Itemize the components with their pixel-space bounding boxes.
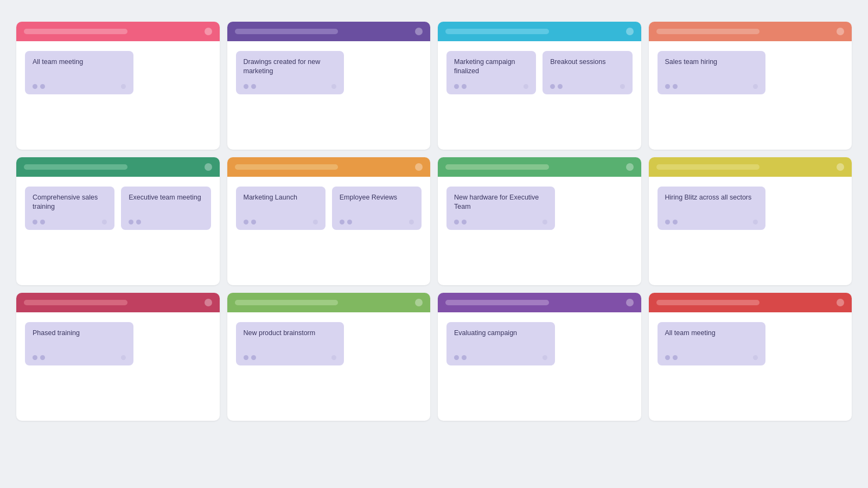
card-dot xyxy=(33,220,37,224)
card-footer xyxy=(454,220,547,224)
panel-header-7 xyxy=(438,157,641,177)
panel-3: Marketing campaign finalizedBreakout ses… xyxy=(438,22,641,150)
card-dot xyxy=(462,220,467,224)
card-card-9-1[interactable]: Phased training xyxy=(25,322,133,365)
card-card-11-1[interactable]: Evaluating campaign xyxy=(446,322,555,365)
card-title: New hardware for Executive Team xyxy=(454,193,547,211)
card-dot xyxy=(40,220,45,224)
main-grid: All team meetingDrawings created for new… xyxy=(16,22,852,421)
panel-header-circle xyxy=(205,28,212,35)
card-card-12-1[interactable]: All team meeting xyxy=(658,322,766,365)
card-dot-right xyxy=(331,84,336,89)
panel-header-circle xyxy=(205,299,212,306)
panel-header-bar xyxy=(656,164,760,170)
panel-body-7: New hardware for Executive Team xyxy=(438,177,641,285)
card-dot-right xyxy=(753,84,758,89)
card-dot xyxy=(251,355,256,360)
panel-1: All team meeting xyxy=(16,22,220,150)
card-dot xyxy=(673,84,678,89)
card-card-5-2[interactable]: Executive team meeting xyxy=(121,187,210,230)
panel-header-bar xyxy=(235,29,339,34)
card-dot-right xyxy=(313,220,318,224)
panel-header-bar xyxy=(656,300,760,305)
panel-header-bar xyxy=(235,164,339,170)
card-dot xyxy=(550,84,555,89)
card-footer xyxy=(665,220,758,224)
panel-header-bar xyxy=(445,29,549,34)
panel-6: Marketing LaunchEmployee Reviews xyxy=(227,157,431,285)
card-title: Drawings created for new marketing xyxy=(244,57,337,76)
card-footer xyxy=(340,220,414,224)
panel-header-bar xyxy=(24,164,127,170)
card-card-6-1[interactable]: Marketing Launch xyxy=(236,187,326,230)
card-card-1-1[interactable]: All team meeting xyxy=(25,51,133,94)
card-card-3-1[interactable]: Marketing campaign finalized xyxy=(446,51,536,94)
card-card-5-1[interactable]: Comprehensive sales training xyxy=(25,187,114,230)
card-card-3-2[interactable]: Breakout sessions xyxy=(542,51,632,94)
card-title: Hiring Blitz across all sectors xyxy=(665,193,758,202)
card-card-7-1[interactable]: New hardware for Executive Team xyxy=(446,187,555,230)
panel-body-10: New product brainstorm xyxy=(227,312,431,421)
card-title: All team meeting xyxy=(665,329,758,338)
panel-header-bar xyxy=(445,164,549,170)
panel-header-circle xyxy=(837,28,844,35)
card-dot-right xyxy=(753,220,758,224)
panel-body-12: All team meeting xyxy=(649,312,852,421)
panel-header-10 xyxy=(227,293,431,312)
card-dot-right xyxy=(620,84,625,89)
panel-body-5: Comprehensive sales trainingExecutive te… xyxy=(16,177,220,285)
card-footer xyxy=(244,220,318,224)
card-dot xyxy=(454,355,459,360)
panel-body-11: Evaluating campaign xyxy=(438,312,641,421)
panel-header-9 xyxy=(16,293,220,312)
panel-header-6 xyxy=(227,157,431,177)
card-title: Phased training xyxy=(33,329,126,338)
panel-10: New product brainstorm xyxy=(227,293,431,421)
panel-header-circle xyxy=(626,299,634,306)
card-dot xyxy=(673,220,678,224)
card-card-8-1[interactable]: Hiring Blitz across all sectors xyxy=(658,187,766,230)
card-title: All team meeting xyxy=(33,57,126,67)
panel-header-bar xyxy=(656,29,760,34)
card-title: Marketing Launch xyxy=(244,193,318,202)
card-dot xyxy=(558,84,563,89)
card-title: New product brainstorm xyxy=(244,329,337,338)
card-title: Employee Reviews xyxy=(340,193,414,202)
card-dot-right xyxy=(121,355,126,360)
card-title: Evaluating campaign xyxy=(454,329,547,338)
card-dot-right xyxy=(524,84,528,89)
card-card-10-1[interactable]: New product brainstorm xyxy=(236,322,344,365)
panel-header-4 xyxy=(649,22,852,41)
card-card-6-2[interactable]: Employee Reviews xyxy=(332,187,422,230)
card-dot xyxy=(33,84,37,89)
panel-11: Evaluating campaign xyxy=(438,293,641,421)
card-title: Comprehensive sales training xyxy=(33,193,107,211)
card-dot xyxy=(244,355,248,360)
card-footer xyxy=(454,84,528,89)
card-dot-right xyxy=(542,355,547,360)
card-dot xyxy=(462,355,467,360)
panel-header-2 xyxy=(227,22,431,41)
card-card-4-1[interactable]: Sales team hiring xyxy=(658,51,766,94)
panel-body-6: Marketing LaunchEmployee Reviews xyxy=(227,177,431,285)
card-dot-right xyxy=(753,355,758,360)
panel-header-circle xyxy=(415,28,423,35)
panel-header-circle xyxy=(626,28,634,35)
card-footer xyxy=(129,220,203,224)
card-dot xyxy=(251,84,256,89)
card-dot-right xyxy=(542,220,547,224)
card-dot xyxy=(244,84,248,89)
panel-header-11 xyxy=(438,293,641,312)
card-dot xyxy=(665,220,670,224)
panel-header-circle xyxy=(415,299,423,306)
panel-body-1: All team meeting xyxy=(16,41,220,150)
panel-header-circle xyxy=(837,299,844,306)
panel-header-bar xyxy=(235,300,339,305)
card-dot xyxy=(129,220,133,224)
card-title: Marketing campaign finalized xyxy=(454,57,528,76)
card-footer xyxy=(33,355,126,360)
card-dot xyxy=(340,220,344,224)
card-dot xyxy=(347,220,352,224)
panel-header-circle xyxy=(205,163,212,171)
card-card-2-1[interactable]: Drawings created for new marketing xyxy=(236,51,344,94)
